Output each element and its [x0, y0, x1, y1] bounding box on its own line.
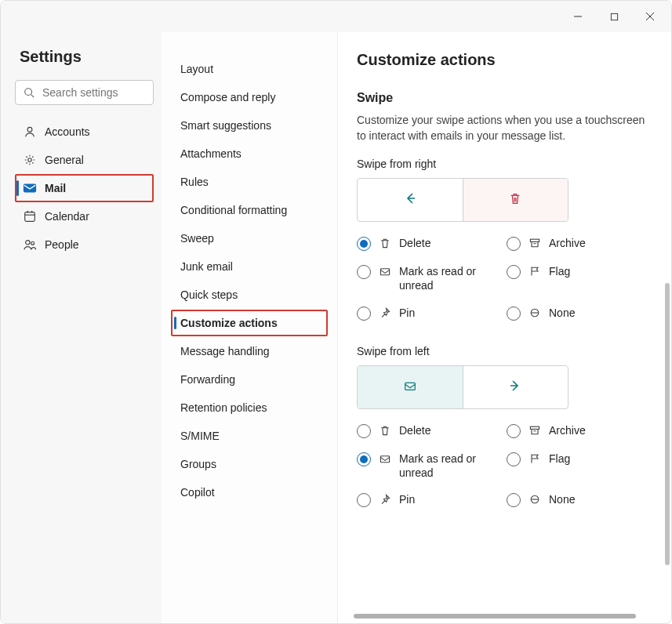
swipe-left-label: Swipe from left	[357, 345, 654, 357]
svg-rect-16	[380, 269, 389, 275]
mid-item-message-handling[interactable]: Message handling	[171, 338, 328, 365]
settings-sidebar: Settings Accounts General Mail	[1, 32, 162, 623]
mid-item-groups[interactable]: Groups	[171, 451, 328, 477]
radio-left-delete[interactable]: Delete	[357, 423, 497, 439]
mid-item-smime[interactable]: S/MIME	[171, 423, 328, 449]
swipe-heading: Swipe	[357, 91, 654, 105]
search-settings-box[interactable]	[15, 80, 154, 105]
radio-unselected	[507, 452, 521, 466]
arrow-left-icon	[402, 190, 418, 209]
mid-item-forwarding[interactable]: Forwarding	[171, 366, 328, 393]
pin-icon	[379, 493, 391, 508]
mid-item-retention[interactable]: Retention policies	[171, 394, 328, 421]
mid-item-conditional[interactable]: Conditional formatting	[171, 197, 328, 223]
radio-label: Mark as read or unread	[399, 264, 485, 292]
swipe-left-arrow-preview	[463, 366, 568, 408]
radio-unselected	[357, 307, 371, 321]
radio-label: Archive	[549, 236, 586, 250]
nav-calendar[interactable]: Calendar	[15, 202, 154, 230]
radio-right-delete[interactable]: Delete	[357, 236, 497, 252]
nav-label: Mail	[45, 182, 66, 194]
svg-rect-8	[24, 184, 36, 193]
nav-label: General	[45, 154, 84, 166]
radio-label: Flag	[549, 264, 570, 278]
swipe-right-arrow-preview	[358, 179, 463, 221]
delete-icon	[379, 237, 391, 252]
svg-rect-9	[25, 212, 35, 222]
nav-label: Calendar	[45, 210, 89, 223]
radio-left-archive[interactable]: Archive	[507, 423, 647, 439]
gear-icon	[23, 153, 37, 167]
radio-left-flag[interactable]: Flag	[507, 452, 647, 480]
mid-item-customize-actions[interactable]: Customize actions	[171, 310, 328, 336]
svg-point-7	[28, 158, 32, 162]
radio-right-none[interactable]: None	[507, 306, 647, 321]
radio-unselected	[507, 237, 521, 251]
svg-point-14	[31, 241, 35, 245]
mid-item-smart[interactable]: Smart suggestions	[171, 112, 328, 139]
mid-item-junk[interactable]: Junk email	[171, 253, 328, 280]
vertical-scrollbar[interactable]	[665, 283, 670, 565]
nav-people[interactable]: People	[15, 230, 154, 259]
radio-unselected	[507, 493, 521, 507]
radio-unselected	[507, 424, 521, 438]
radio-label: Pin	[399, 306, 415, 320]
mid-item-compose[interactable]: Compose and reply	[171, 84, 328, 111]
radio-right-mark[interactable]: Mark as read or unread	[357, 264, 497, 292]
svg-point-6	[27, 127, 32, 132]
swipe-left-options: Delete Archive Mark as read or unread Fl…	[357, 423, 647, 508]
radio-label: Delete	[399, 236, 430, 250]
horizontal-scrollbar[interactable]	[354, 614, 636, 619]
mid-item-rules[interactable]: Rules	[171, 169, 328, 195]
radio-unselected	[357, 265, 371, 279]
nav-accounts[interactable]: Accounts	[15, 118, 154, 146]
radio-left-none[interactable]: None	[507, 492, 647, 508]
radio-right-flag[interactable]: Flag	[507, 264, 647, 292]
radio-label: None	[549, 306, 575, 320]
radio-unselected	[507, 265, 521, 279]
swipe-right-preview	[357, 178, 568, 222]
mail-settings-list: Layout Compose and reply Smart suggestio…	[162, 32, 338, 623]
radio-selected	[357, 237, 371, 251]
mid-item-sweep[interactable]: Sweep	[171, 225, 328, 252]
nav-label: Accounts	[45, 125, 90, 138]
nav-general[interactable]: General	[15, 146, 154, 174]
minimize-button[interactable]	[560, 4, 596, 29]
swipe-description: Customize your swipe actions when you us…	[357, 113, 654, 143]
swipe-right-options: Delete Archive Mark as read or unread Fl…	[357, 236, 647, 321]
settings-title: Settings	[20, 48, 154, 66]
maximize-button[interactable]	[596, 4, 632, 29]
radio-right-archive[interactable]: Archive	[507, 236, 647, 252]
radio-right-pin[interactable]: Pin	[357, 306, 497, 321]
window-titlebar	[1, 1, 671, 32]
mid-item-layout[interactable]: Layout	[171, 56, 328, 82]
none-icon	[529, 307, 541, 321]
nav-mail[interactable]: Mail	[15, 174, 154, 202]
radio-left-mark[interactable]: Mark as read or unread	[357, 452, 497, 480]
nav-label: People	[45, 238, 79, 251]
svg-line-5	[31, 95, 35, 98]
radio-label: Delete	[399, 423, 430, 437]
svg-rect-20	[530, 426, 539, 429]
radio-unselected	[507, 307, 521, 321]
arrow-right-icon	[507, 378, 523, 397]
mid-item-quicksteps[interactable]: Quick steps	[171, 281, 328, 308]
search-input[interactable]	[41, 85, 181, 100]
svg-rect-21	[380, 455, 389, 462]
settings-content: Customize actions Swipe Customize your s…	[338, 32, 671, 623]
close-button[interactable]	[632, 4, 668, 29]
person-icon	[23, 125, 37, 139]
mid-item-attachments[interactable]: Attachments	[171, 140, 328, 167]
mail-icon	[23, 181, 37, 195]
none-icon	[529, 493, 541, 508]
radio-label: Mark as read or unread	[399, 452, 485, 480]
mid-item-copilot[interactable]: Copilot	[171, 479, 328, 506]
svg-point-13	[26, 241, 30, 245]
flag-icon	[529, 265, 541, 280]
radio-selected	[357, 452, 371, 466]
archive-icon	[529, 237, 541, 252]
swipe-left-preview	[357, 365, 568, 409]
radio-label: Pin	[399, 492, 415, 506]
radio-left-pin[interactable]: Pin	[357, 492, 497, 508]
radio-unselected	[357, 424, 371, 438]
